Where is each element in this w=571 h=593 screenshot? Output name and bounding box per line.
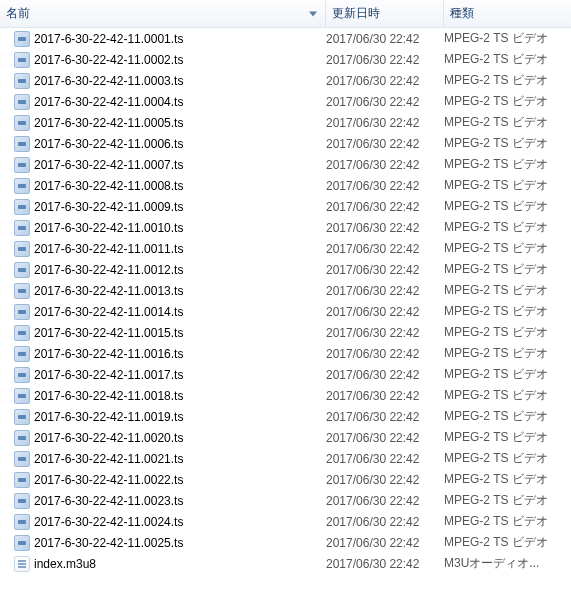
file-name: 2017-6-30-22-42-11.0024.ts — [34, 515, 183, 529]
file-row[interactable]: 2017-6-30-22-42-11.0017.ts2017/06/30 22:… — [0, 364, 571, 385]
column-header-date-label: 更新日時 — [332, 5, 380, 22]
file-type: MPEG-2 TS ビデオ — [444, 240, 571, 257]
file-name-cell: 2017-6-30-22-42-11.0011.ts — [14, 241, 326, 257]
file-type: MPEG-2 TS ビデオ — [444, 387, 571, 404]
file-type: MPEG-2 TS ビデオ — [444, 534, 571, 551]
file-type: MPEG-2 TS ビデオ — [444, 345, 571, 362]
file-date: 2017/06/30 22:42 — [326, 389, 444, 403]
video-file-icon — [14, 241, 30, 257]
file-row[interactable]: 2017-6-30-22-42-11.0011.ts2017/06/30 22:… — [0, 238, 571, 259]
video-file-icon — [14, 136, 30, 152]
file-name: 2017-6-30-22-42-11.0010.ts — [34, 221, 183, 235]
file-row[interactable]: 2017-6-30-22-42-11.0020.ts2017/06/30 22:… — [0, 427, 571, 448]
file-row[interactable]: 2017-6-30-22-42-11.0005.ts2017/06/30 22:… — [0, 112, 571, 133]
file-date: 2017/06/30 22:42 — [326, 137, 444, 151]
video-file-icon — [14, 115, 30, 131]
file-date: 2017/06/30 22:42 — [326, 452, 444, 466]
file-date: 2017/06/30 22:42 — [326, 95, 444, 109]
file-row[interactable]: index.m3u82017/06/30 22:42M3Uオーディオ... — [0, 553, 571, 574]
file-row[interactable]: 2017-6-30-22-42-11.0003.ts2017/06/30 22:… — [0, 70, 571, 91]
file-date: 2017/06/30 22:42 — [326, 494, 444, 508]
file-row[interactable]: 2017-6-30-22-42-11.0009.ts2017/06/30 22:… — [0, 196, 571, 217]
file-date: 2017/06/30 22:42 — [326, 221, 444, 235]
file-date: 2017/06/30 22:42 — [326, 410, 444, 424]
column-header-date[interactable]: 更新日時 — [326, 0, 444, 27]
file-row[interactable]: 2017-6-30-22-42-11.0013.ts2017/06/30 22:… — [0, 280, 571, 301]
file-name-cell: 2017-6-30-22-42-11.0003.ts — [14, 73, 326, 89]
file-type: MPEG-2 TS ビデオ — [444, 366, 571, 383]
column-header-row: 名前 更新日時 種類 — [0, 0, 571, 28]
file-name: 2017-6-30-22-42-11.0002.ts — [34, 53, 183, 67]
file-name-cell: 2017-6-30-22-42-11.0017.ts — [14, 367, 326, 383]
file-name: 2017-6-30-22-42-11.0007.ts — [34, 158, 183, 172]
file-date: 2017/06/30 22:42 — [326, 347, 444, 361]
file-type: MPEG-2 TS ビデオ — [444, 324, 571, 341]
file-name: 2017-6-30-22-42-11.0017.ts — [34, 368, 183, 382]
file-name: 2017-6-30-22-42-11.0008.ts — [34, 179, 183, 193]
file-name-cell: 2017-6-30-22-42-11.0002.ts — [14, 52, 326, 68]
file-row[interactable]: 2017-6-30-22-42-11.0001.ts2017/06/30 22:… — [0, 28, 571, 49]
file-row[interactable]: 2017-6-30-22-42-11.0015.ts2017/06/30 22:… — [0, 322, 571, 343]
file-name: 2017-6-30-22-42-11.0009.ts — [34, 200, 183, 214]
file-row[interactable]: 2017-6-30-22-42-11.0004.ts2017/06/30 22:… — [0, 91, 571, 112]
file-row[interactable]: 2017-6-30-22-42-11.0014.ts2017/06/30 22:… — [0, 301, 571, 322]
file-row[interactable]: 2017-6-30-22-42-11.0019.ts2017/06/30 22:… — [0, 406, 571, 427]
file-type: MPEG-2 TS ビデオ — [444, 282, 571, 299]
file-date: 2017/06/30 22:42 — [326, 515, 444, 529]
file-row[interactable]: 2017-6-30-22-42-11.0016.ts2017/06/30 22:… — [0, 343, 571, 364]
file-name: 2017-6-30-22-42-11.0022.ts — [34, 473, 183, 487]
file-row[interactable]: 2017-6-30-22-42-11.0002.ts2017/06/30 22:… — [0, 49, 571, 70]
file-name-cell: 2017-6-30-22-42-11.0023.ts — [14, 493, 326, 509]
file-row[interactable]: 2017-6-30-22-42-11.0010.ts2017/06/30 22:… — [0, 217, 571, 238]
file-date: 2017/06/30 22:42 — [326, 326, 444, 340]
file-row[interactable]: 2017-6-30-22-42-11.0023.ts2017/06/30 22:… — [0, 490, 571, 511]
video-file-icon — [14, 31, 30, 47]
file-date: 2017/06/30 22:42 — [326, 368, 444, 382]
file-type: MPEG-2 TS ビデオ — [444, 513, 571, 530]
column-header-name[interactable]: 名前 — [0, 0, 326, 27]
file-date: 2017/06/30 22:42 — [326, 74, 444, 88]
file-row[interactable]: 2017-6-30-22-42-11.0006.ts2017/06/30 22:… — [0, 133, 571, 154]
video-file-icon — [14, 472, 30, 488]
video-file-icon — [14, 52, 30, 68]
file-name-cell: 2017-6-30-22-42-11.0008.ts — [14, 178, 326, 194]
file-type: MPEG-2 TS ビデオ — [444, 72, 571, 89]
file-type: MPEG-2 TS ビデオ — [444, 261, 571, 278]
file-name-cell: 2017-6-30-22-42-11.0007.ts — [14, 157, 326, 173]
file-row[interactable]: 2017-6-30-22-42-11.0022.ts2017/06/30 22:… — [0, 469, 571, 490]
file-name-cell: 2017-6-30-22-42-11.0025.ts — [14, 535, 326, 551]
file-date: 2017/06/30 22:42 — [326, 263, 444, 277]
file-date: 2017/06/30 22:42 — [326, 473, 444, 487]
file-row[interactable]: 2017-6-30-22-42-11.0008.ts2017/06/30 22:… — [0, 175, 571, 196]
file-name: 2017-6-30-22-42-11.0004.ts — [34, 95, 183, 109]
file-row[interactable]: 2017-6-30-22-42-11.0018.ts2017/06/30 22:… — [0, 385, 571, 406]
file-date: 2017/06/30 22:42 — [326, 305, 444, 319]
file-name-cell: 2017-6-30-22-42-11.0013.ts — [14, 283, 326, 299]
file-name: 2017-6-30-22-42-11.0014.ts — [34, 305, 183, 319]
file-name-cell: 2017-6-30-22-42-11.0020.ts — [14, 430, 326, 446]
file-name-cell: 2017-6-30-22-42-11.0006.ts — [14, 136, 326, 152]
file-row[interactable]: 2017-6-30-22-42-11.0021.ts2017/06/30 22:… — [0, 448, 571, 469]
file-name-cell: 2017-6-30-22-42-11.0018.ts — [14, 388, 326, 404]
file-name: 2017-6-30-22-42-11.0001.ts — [34, 32, 183, 46]
file-row[interactable]: 2017-6-30-22-42-11.0025.ts2017/06/30 22:… — [0, 532, 571, 553]
video-file-icon — [14, 178, 30, 194]
file-row[interactable]: 2017-6-30-22-42-11.0024.ts2017/06/30 22:… — [0, 511, 571, 532]
video-file-icon — [14, 199, 30, 215]
file-row[interactable]: 2017-6-30-22-42-11.0012.ts2017/06/30 22:… — [0, 259, 571, 280]
video-file-icon — [14, 157, 30, 173]
file-date: 2017/06/30 22:42 — [326, 179, 444, 193]
file-name-cell: 2017-6-30-22-42-11.0004.ts — [14, 94, 326, 110]
file-date: 2017/06/30 22:42 — [326, 158, 444, 172]
file-list: 2017-6-30-22-42-11.0001.ts2017/06/30 22:… — [0, 28, 571, 574]
file-name-cell: 2017-6-30-22-42-11.0016.ts — [14, 346, 326, 362]
video-file-icon — [14, 220, 30, 236]
column-header-type-label: 種類 — [450, 5, 474, 22]
file-name: 2017-6-30-22-42-11.0019.ts — [34, 410, 183, 424]
file-row[interactable]: 2017-6-30-22-42-11.0007.ts2017/06/30 22:… — [0, 154, 571, 175]
video-file-icon — [14, 430, 30, 446]
video-file-icon — [14, 304, 30, 320]
column-header-type[interactable]: 種類 — [444, 0, 571, 27]
file-type: MPEG-2 TS ビデオ — [444, 156, 571, 173]
video-file-icon — [14, 388, 30, 404]
